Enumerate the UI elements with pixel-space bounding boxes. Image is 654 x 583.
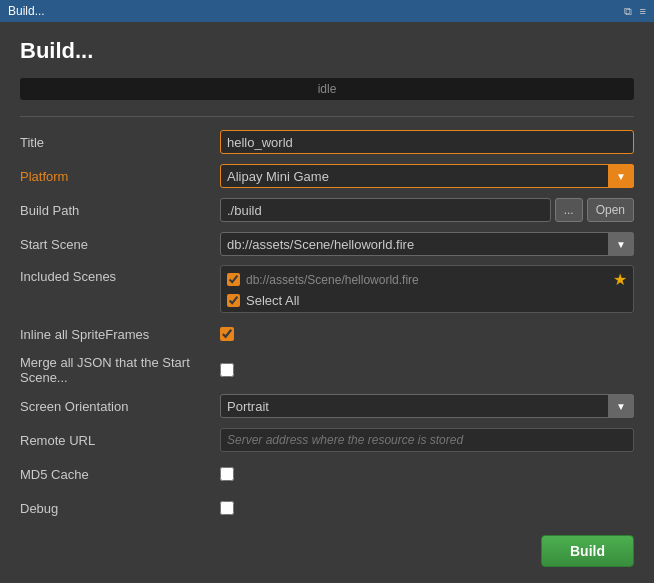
md5-control: [220, 467, 634, 481]
start-scene-row: Start Scene db://assets/Scene/helloworld…: [20, 231, 634, 257]
platform-control: Alipay Mini Game WeChat Mini Game Web Mo…: [220, 164, 634, 188]
bottom-bar: Build: [20, 525, 634, 567]
build-path-input-wrapper: [220, 198, 551, 222]
status-label: idle: [318, 82, 337, 96]
select-all-checkbox[interactable]: [227, 294, 240, 307]
select-all-label: Select All: [246, 293, 299, 308]
titlebar-controls: ⧉ ≡: [624, 5, 646, 18]
title-label: Title: [20, 135, 220, 150]
start-scene-control: db://assets/Scene/helloworld.fire ▼: [220, 232, 634, 256]
included-scenes-box: db://assets/Scene/helloworld.fire ★ Sele…: [220, 265, 634, 313]
inline-label: Inline all SpriteFrames: [20, 327, 220, 342]
orientation-row: Screen Orientation Portrait Landscape Le…: [20, 393, 634, 419]
scene-item: db://assets/Scene/helloworld.fire ★: [227, 270, 627, 289]
orientation-select-wrapper: Portrait Landscape Left Landscape Right …: [220, 394, 634, 418]
md5-row: MD5 Cache: [20, 461, 634, 487]
titlebar-title: Build...: [8, 4, 45, 18]
page-title: Build...: [20, 38, 634, 64]
divider: [20, 116, 634, 117]
included-scenes-control: db://assets/Scene/helloworld.fire ★ Sele…: [220, 265, 634, 313]
included-scenes-label: Included Scenes: [20, 265, 220, 284]
scene-item-label: db://assets/Scene/helloworld.fire: [246, 273, 607, 287]
merge-control: [220, 363, 634, 377]
included-scenes-row: Included Scenes db://assets/Scene/hellow…: [20, 265, 634, 313]
merge-label: Merge all JSON that the Start Scene...: [20, 355, 220, 385]
debug-checkbox[interactable]: [220, 501, 234, 515]
platform-select[interactable]: Alipay Mini Game WeChat Mini Game Web Mo…: [220, 164, 634, 188]
platform-select-wrapper: Alipay Mini Game WeChat Mini Game Web Mo…: [220, 164, 634, 188]
form-area: Title Platform Alipay Mini Game WeChat M…: [20, 129, 634, 525]
orientation-control: Portrait Landscape Left Landscape Right …: [220, 394, 634, 418]
orientation-select[interactable]: Portrait Landscape Left Landscape Right: [220, 394, 634, 418]
select-all-row: Select All: [227, 293, 627, 308]
merge-checkbox[interactable]: [220, 363, 234, 377]
orientation-label: Screen Orientation: [20, 399, 220, 414]
build-button[interactable]: Build: [541, 535, 634, 567]
browse-button[interactable]: ...: [555, 198, 583, 222]
merge-row: Merge all JSON that the Start Scene...: [20, 355, 634, 385]
remote-url-input[interactable]: [220, 428, 634, 452]
inline-checkbox[interactable]: [220, 327, 234, 341]
md5-label: MD5 Cache: [20, 467, 220, 482]
md5-checkbox[interactable]: [220, 467, 234, 481]
start-scene-select-wrapper: db://assets/Scene/helloworld.fire ▼: [220, 232, 634, 256]
debug-label: Debug: [20, 501, 220, 516]
scene-checkbox[interactable]: [227, 273, 240, 286]
title-input[interactable]: [220, 130, 634, 154]
star-icon[interactable]: ★: [613, 270, 627, 289]
debug-row: Debug: [20, 495, 634, 521]
inline-row: Inline all SpriteFrames: [20, 321, 634, 347]
titlebar: Build... ⧉ ≡: [0, 0, 654, 22]
restore-icon[interactable]: ⧉: [624, 5, 632, 18]
build-path-control: ... Open: [220, 198, 634, 222]
menu-icon[interactable]: ≡: [640, 5, 646, 18]
platform-label: Platform: [20, 169, 220, 184]
title-control: [220, 130, 634, 154]
window: Build... idle Title Platform Alipay Mini…: [0, 22, 654, 583]
debug-control: [220, 501, 634, 515]
inline-control: [220, 327, 634, 341]
remote-url-control: [220, 428, 634, 452]
progress-bar: idle: [20, 78, 634, 100]
start-scene-select[interactable]: db://assets/Scene/helloworld.fire: [220, 232, 634, 256]
build-path-row: Build Path ... Open: [20, 197, 634, 223]
build-path-label: Build Path: [20, 203, 220, 218]
start-scene-label: Start Scene: [20, 237, 220, 252]
platform-row: Platform Alipay Mini Game WeChat Mini Ga…: [20, 163, 634, 189]
title-row: Title: [20, 129, 634, 155]
build-path-input[interactable]: [220, 198, 551, 222]
open-button[interactable]: Open: [587, 198, 634, 222]
build-path-group: ... Open: [220, 198, 634, 222]
remote-url-row: Remote URL: [20, 427, 634, 453]
remote-url-label: Remote URL: [20, 433, 220, 448]
